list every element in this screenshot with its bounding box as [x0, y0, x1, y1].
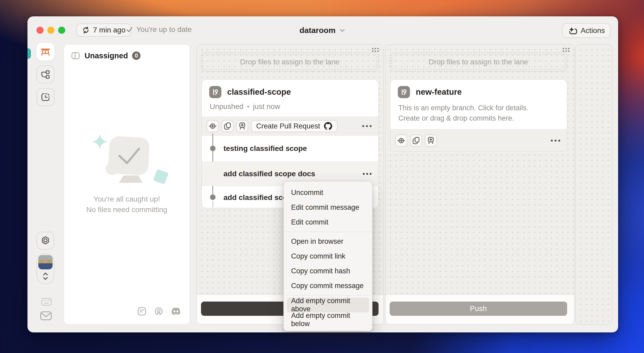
desktop-wallpaper: 7 min ago You're up to date dataroom Act… [0, 0, 644, 353]
empty-state-subtitle: No files need committing [64, 206, 190, 214]
empty-state-illustration [85, 132, 169, 188]
edge-notch [27, 48, 31, 59]
notes-icon[interactable] [137, 306, 147, 316]
menu-item-uncommit[interactable]: Uncommit [287, 185, 369, 200]
sync-icon [82, 26, 90, 34]
branch-name[interactable]: classified-scope [227, 87, 291, 97]
feedback-button[interactable] [40, 311, 52, 320]
open-source-icon[interactable] [154, 306, 164, 316]
new-dependent-branch-button[interactable] [236, 120, 248, 132]
minimize-button[interactable] [47, 27, 54, 34]
menu-item-add-empty-commit-below[interactable]: Add empty commit below [287, 312, 369, 327]
branch-menu-button[interactable] [360, 120, 374, 132]
branch-toolbar [390, 129, 567, 151]
branch-state: Unpushed [210, 102, 244, 111]
lane-footer: Push [385, 294, 574, 324]
new-dependent-branch-button[interactable] [425, 135, 437, 147]
commit-message: add classified sco [223, 193, 287, 202]
project-name: dataroom [300, 26, 336, 35]
account-switcher[interactable] [36, 253, 54, 284]
project-switcher[interactable]: dataroom [300, 26, 346, 35]
branch-menu-button[interactable] [549, 135, 562, 147]
keyboard-icon [41, 298, 52, 306]
actions-label: Actions [581, 26, 605, 35]
drop-target[interactable]: Drop files to assign to the lane [201, 53, 379, 71]
github-icon [324, 122, 332, 130]
empty-branch-line2: Create or drag & drop commits here. [398, 113, 559, 123]
assign-target-button[interactable] [207, 120, 219, 132]
drop-hint: Drop files to assign to the lane [240, 58, 340, 66]
copy-branch-button[interactable] [410, 135, 422, 147]
history-clock-icon [40, 92, 50, 102]
menu-divider [284, 295, 372, 295]
push-button[interactable]: Push [390, 302, 567, 316]
drop-hint: Drop files to assign to the lane [429, 58, 528, 66]
stool-logo-icon [40, 46, 51, 58]
commit-row[interactable]: testing classified scope [202, 136, 378, 161]
menu-item-add-empty-commit-above[interactable]: Add empty commit above [287, 298, 369, 312]
drop-target[interactable]: Drop files to assign to the lane [390, 53, 567, 71]
split-view-icon[interactable] [71, 51, 80, 60]
empty-branch-line1: This is an empty branch. Click for detai… [398, 103, 559, 113]
branch-name[interactable]: new-feature [416, 87, 462, 97]
menu-item-copy-commit-hash[interactable]: Copy commit hash [287, 264, 369, 278]
lane-empty-gutter [575, 44, 612, 325]
zoom-button[interactable] [58, 27, 65, 34]
actions-button[interactable]: Actions [562, 23, 611, 38]
settings-gear-icon [40, 236, 50, 246]
menu-item-edit-commit-message[interactable]: Edit commit message [287, 200, 369, 215]
close-button[interactable] [36, 27, 44, 34]
lanes-canvas: Drop files to assign to the lane [195, 44, 612, 325]
commit-message: add classified scope docs [223, 170, 315, 178]
menu-item-copy-commit-message[interactable]: Copy commit message [287, 278, 369, 293]
settings-button[interactable] [36, 232, 54, 250]
branch-card[interactable]: new-feature This is an empty branch. Cli… [390, 79, 567, 152]
assign-target-button[interactable] [395, 135, 407, 147]
update-status: You're up to date [126, 25, 192, 34]
nav-branches-button[interactable] [36, 65, 54, 83]
nav-workspace-button[interactable] [36, 43, 54, 61]
sparkle-box-icon [568, 26, 577, 35]
branch-time: just now [253, 102, 280, 111]
dot-separator [247, 106, 249, 108]
branch-toolbar: Create Pull Request [202, 117, 378, 136]
commit-context-menu: Uncommit Edit commit message Edit commit… [283, 181, 372, 331]
menu-divider [284, 232, 372, 232]
mail-icon [40, 311, 52, 320]
chevron-updown-icon [41, 271, 49, 281]
unassigned-panel: Unassigned 0 You're all caught up! No fi… [64, 44, 190, 325]
unassigned-title: Unassigned [85, 51, 128, 60]
status-text: You're up to date [136, 25, 192, 34]
chevron-down-icon [338, 26, 346, 34]
commit-message: testing classified scope [223, 144, 307, 153]
create-pr-button[interactable]: Create Pull Request [251, 120, 338, 132]
sync-button[interactable]: 7 min ago [76, 23, 131, 37]
drag-handle-icon[interactable] [562, 47, 570, 53]
avatar [38, 255, 53, 269]
copy-branch-button[interactable] [221, 120, 234, 132]
unassigned-count-badge: 0 [132, 51, 141, 60]
branch-badge-icon [209, 86, 221, 98]
sync-label: 7 min ago [93, 26, 125, 34]
keyboard-shortcuts-button[interactable] [41, 298, 52, 306]
window-controls [36, 27, 65, 34]
branches-icon [40, 69, 50, 79]
lane-new-feature: Drop files to assign to the lane [385, 44, 574, 325]
empty-state-title: You're all caught up! [64, 195, 190, 203]
create-pr-label: Create Pull Request [256, 122, 320, 130]
drag-handle-icon[interactable] [371, 47, 380, 53]
menu-item-open-in-browser[interactable]: Open in browser [287, 234, 369, 249]
branch-badge-icon [398, 86, 410, 98]
menu-item-copy-commit-link[interactable]: Copy commit link [287, 249, 369, 264]
check-icon [126, 26, 133, 33]
menu-item-edit-commit[interactable]: Edit commit [287, 215, 369, 230]
nav-history-button[interactable] [36, 88, 54, 106]
discord-icon[interactable] [171, 307, 181, 316]
